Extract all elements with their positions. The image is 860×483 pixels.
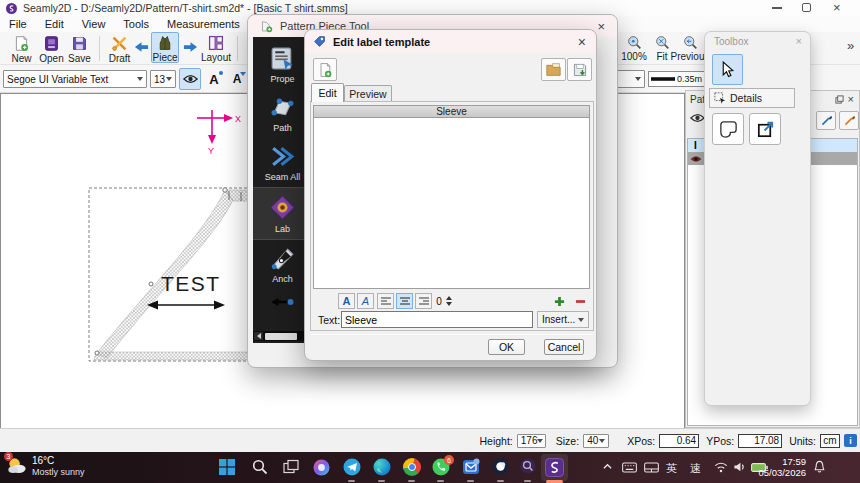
minimize-button[interactable] xyxy=(772,7,782,9)
zoom-fit-icon xyxy=(655,35,670,50)
layout-mode-button[interactable]: Layout xyxy=(200,33,232,63)
height-select[interactable]: 176 xyxy=(517,434,546,448)
draft-mode-button[interactable]: Draft xyxy=(105,33,134,64)
pattern-piece-tool-close[interactable]: × xyxy=(597,20,605,33)
copilot-icon[interactable] xyxy=(313,459,330,476)
font-increase-button[interactable]: A xyxy=(204,69,224,89)
export-pieces-button[interactable] xyxy=(749,113,781,145)
pattern-piece-tool-button[interactable] xyxy=(712,113,744,145)
start-button[interactable] xyxy=(218,458,236,476)
menu-file[interactable]: File xyxy=(0,16,36,32)
show-labels-toggle[interactable] xyxy=(179,68,201,90)
wifi-icon[interactable] xyxy=(714,461,728,473)
piece-label-text: TEST xyxy=(161,272,221,295)
new-button[interactable]: New xyxy=(8,33,35,64)
load-template-button[interactable] xyxy=(541,58,566,81)
ime-language-a[interactable]: 英 xyxy=(666,461,677,476)
font-family-select[interactable]: Segoe UI Variable Text xyxy=(3,70,147,88)
zoom-previous-button[interactable]: Previous xyxy=(672,33,708,62)
text-input[interactable] xyxy=(341,311,533,328)
menu-edit[interactable]: Edit xyxy=(36,16,73,32)
telegram-icon[interactable] xyxy=(343,458,361,476)
zoom-fit-button[interactable]: Fit xyxy=(652,33,672,62)
ok-button[interactable]: OK xyxy=(488,339,525,355)
layout-icon xyxy=(208,35,224,51)
toolbox-close-button[interactable]: × xyxy=(796,36,802,47)
whatsapp-icon[interactable]: 6 xyxy=(432,458,450,476)
align-right-button[interactable] xyxy=(415,293,432,309)
keyboard-icon[interactable] xyxy=(622,462,637,473)
navy-app-icon[interactable] xyxy=(492,458,509,475)
scroll-left-arrow[interactable] xyxy=(254,332,263,340)
search-button[interactable] xyxy=(252,459,268,475)
menu-tools[interactable]: Tools xyxy=(114,16,158,32)
size-select[interactable]: 40 xyxy=(583,434,609,448)
cancel-button[interactable]: Cancel xyxy=(544,339,584,355)
eye-icon xyxy=(183,74,198,84)
dock-float-button[interactable] xyxy=(835,95,844,104)
chevron-down-icon xyxy=(137,77,143,81)
font-decrease-button[interactable]: A xyxy=(227,69,247,89)
new-template-button[interactable] xyxy=(313,58,337,81)
dialog-separator xyxy=(311,334,592,335)
italic-icon: A xyxy=(362,295,369,307)
zoom-100-button[interactable]: 100% xyxy=(620,33,648,62)
purple-app-icon[interactable] xyxy=(520,458,536,474)
clock-widget[interactable]: 17:59 05/03/2026 xyxy=(768,456,806,479)
edit-pencil-button[interactable] xyxy=(839,111,859,130)
weather-widget[interactable]: 3 16°C Mostly sunny xyxy=(6,455,85,477)
save-button[interactable]: Save xyxy=(67,33,92,64)
touchpad-icon[interactable] xyxy=(644,462,659,473)
info-button[interactable]: i xyxy=(844,434,857,447)
sidebar-item-partial[interactable] xyxy=(269,289,296,309)
menu-view[interactable]: View xyxy=(73,16,115,32)
font-size-select[interactable]: 13 xyxy=(150,70,176,88)
bold-button[interactable]: A xyxy=(338,293,355,309)
save-template-button[interactable] xyxy=(567,58,592,81)
close-button[interactable]: × xyxy=(833,1,841,14)
chrome-icon[interactable] xyxy=(403,458,421,476)
chevron-down-icon xyxy=(537,439,543,443)
tab-edit[interactable]: Edit xyxy=(311,83,344,102)
tab-preview[interactable]: Preview xyxy=(344,85,392,102)
running-indicator xyxy=(524,480,531,482)
open-button[interactable]: Open xyxy=(38,33,65,64)
edit-label-template-dialog: Edit label template × Edit Preview Sleev… xyxy=(304,29,597,361)
seamly2d-taskbar-button[interactable] xyxy=(541,454,568,481)
line-weight-select[interactable]: 0.35m xyxy=(648,71,705,87)
edge-icon[interactable] xyxy=(373,458,391,476)
spinner-down-icon[interactable] xyxy=(446,302,452,306)
dock-eye-icon[interactable] xyxy=(690,113,705,123)
select-tool-button[interactable] xyxy=(712,54,743,85)
ime-language-b[interactable]: 速 xyxy=(690,461,701,476)
piece-mode-button[interactable]: Piece xyxy=(151,32,179,63)
grainline-arrow xyxy=(147,301,225,310)
mail-app-icon[interactable] xyxy=(462,458,480,476)
piece-icon xyxy=(157,35,173,51)
task-view-button[interactable] xyxy=(283,459,299,475)
menu-measurements[interactable]: Measurements xyxy=(158,16,249,32)
add-line-button[interactable] xyxy=(551,293,568,309)
remove-line-button[interactable] xyxy=(572,293,589,309)
details-button[interactable]: Details xyxy=(709,88,795,108)
scrollbar-handle[interactable] xyxy=(265,333,297,340)
align-center-button[interactable] xyxy=(396,293,413,309)
notification-bell-icon[interactable] xyxy=(813,460,826,474)
italic-button[interactable]: A xyxy=(357,293,374,309)
label-lines-table[interactable]: Sleeve xyxy=(313,105,590,289)
maximize-button[interactable] xyxy=(802,3,811,12)
toolbar-overflow-icon[interactable]: » xyxy=(847,38,854,53)
speaker-icon[interactable] xyxy=(733,461,746,473)
tray-expand-chevron[interactable] xyxy=(602,462,613,471)
insert-dropdown-button[interactable]: Insert... xyxy=(537,311,589,328)
running-indicator xyxy=(348,480,355,482)
line-spacing-spinner[interactable]: 0 xyxy=(434,293,458,309)
edit-label-close[interactable]: × xyxy=(578,35,586,49)
plus-icon xyxy=(554,296,565,307)
dock-close-button[interactable]: × xyxy=(848,94,854,105)
rename-pen-button[interactable] xyxy=(816,111,836,130)
align-left-button[interactable] xyxy=(377,293,394,309)
edit-label-titlebar: Edit label template × xyxy=(305,30,596,53)
spinner-up-icon[interactable] xyxy=(446,296,452,300)
properties-icon xyxy=(269,45,296,72)
